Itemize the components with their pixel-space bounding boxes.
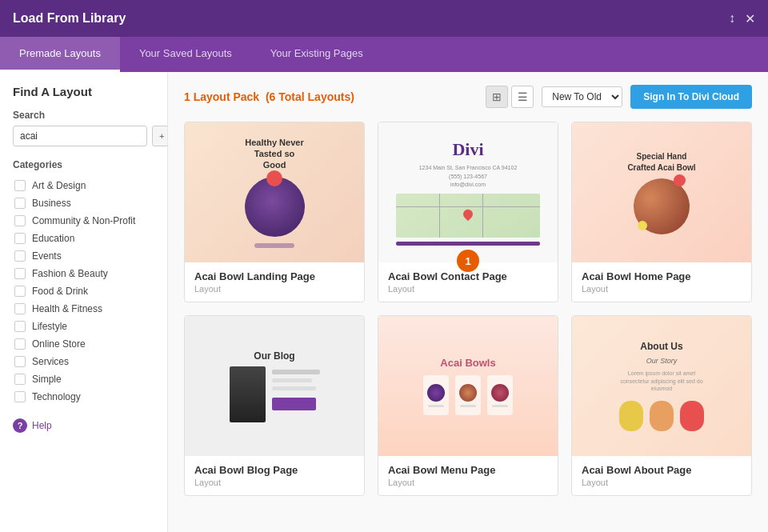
category-item-fashion[interactable]: Fashion & Beauty: [13, 265, 154, 282]
card-footer: Acai Bowl Menu PageLayout: [378, 456, 558, 495]
category-label-online-store: Online Store: [32, 338, 86, 350]
sidebar-title: Find A Layout: [13, 85, 154, 98]
card-footer: Acai Bowl Blog PageLayout: [185, 456, 364, 495]
card-type: Layout: [582, 478, 742, 487]
help-label: Help: [32, 420, 52, 431]
card-footer: Acai Bowl Home PageLayout: [572, 262, 751, 302]
layouts-grid: Healthy NeverTasted soGood Acai Bowl Lan…: [184, 122, 752, 496]
category-checkbox-business[interactable]: [14, 198, 26, 209]
sign-in-cloud-button[interactable]: Sign In To Divi Cloud: [630, 85, 752, 109]
categories-title: Categories: [13, 159, 154, 170]
filter-button[interactable]: + Filter: [152, 126, 168, 146]
categories-list: Art & DesignBusinessCommunity & Non-Prof…: [13, 177, 154, 406]
content-area: 1 Layout Pack (6 Total Layouts) ⊞ ☰ New …: [168, 72, 768, 532]
category-label-food: Food & Drink: [32, 286, 88, 297]
dialog-title: Load From Library: [13, 11, 126, 26]
tab-saved-layouts[interactable]: Your Saved Layouts: [120, 37, 251, 72]
category-item-health[interactable]: Health & Fitness: [13, 300, 154, 318]
category-checkbox-events[interactable]: [14, 250, 26, 262]
tabs-bar: Premade Layouts Your Saved Layouts Your …: [0, 37, 768, 72]
close-icon[interactable]: ✕: [745, 11, 755, 26]
view-toggle: ⊞ ☰: [486, 86, 534, 108]
category-label-community: Community & Non-Profit: [32, 215, 135, 226]
card-title: Acai Bowl About Page: [582, 464, 742, 476]
category-label-simple: Simple: [32, 374, 62, 385]
help-icon: ?: [13, 418, 27, 433]
layout-pack-count: 1 Layout Pack: [184, 90, 259, 103]
layout-card-acai-landing[interactable]: Healthy NeverTasted soGood Acai Bowl Lan…: [184, 122, 365, 302]
sort-select[interactable]: New To Old Old To New A to Z Z to A: [542, 86, 622, 107]
category-item-services[interactable]: Services: [13, 353, 154, 370]
card-type: Layout: [388, 478, 548, 487]
category-item-community[interactable]: Community & Non-Profit: [13, 212, 154, 230]
card-title: Acai Bowl Blog Page: [194, 464, 354, 476]
category-checkbox-community[interactable]: [14, 215, 26, 226]
category-label-health: Health & Fitness: [32, 303, 102, 314]
layout-card-acai-home[interactable]: Special HandCrafted Acai Bowl Acai Bowl …: [571, 122, 752, 302]
card-title: Acai Bowl Contact Page: [388, 270, 548, 282]
category-label-business: Business: [32, 198, 71, 209]
list-view-button[interactable]: ☰: [511, 86, 534, 108]
grid-view-button[interactable]: ⊞: [486, 86, 508, 108]
title-bar-controls: ↕ ✕: [729, 11, 755, 26]
card-type: Layout: [194, 478, 354, 487]
category-checkbox-lifestyle[interactable]: [14, 321, 26, 332]
card-title: Acai Bowl Home Page: [582, 270, 742, 282]
card-title: Acai Bowl Menu Page: [388, 464, 548, 476]
layout-card-acai-blog[interactable]: Our Blog Acai Bowl Blog PageLayout: [184, 315, 365, 496]
category-item-food[interactable]: Food & Drink: [13, 282, 154, 300]
card-footer: Acai Bowl Landing PageLayout: [185, 262, 364, 302]
layout-card-acai-menu[interactable]: Acai Bowls Acai Bowl Menu PageLayout: [378, 315, 558, 496]
category-checkbox-food[interactable]: [14, 286, 26, 297]
help-row[interactable]: ? Help: [13, 418, 154, 433]
category-checkbox-fashion[interactable]: [14, 268, 26, 279]
card-footer: Acai Bowl About PageLayout: [572, 456, 751, 495]
main-layout: Find A Layout Search + Filter Categories…: [0, 72, 768, 532]
category-label-fashion: Fashion & Beauty: [32, 268, 108, 279]
card-title: Acai Bowl Landing Page: [194, 270, 354, 282]
category-checkbox-simple[interactable]: [14, 374, 26, 385]
category-label-lifestyle: Lifestyle: [32, 321, 67, 332]
tab-existing-pages[interactable]: Your Existing Pages: [251, 37, 382, 72]
search-row: + Filter: [13, 126, 154, 146]
category-label-events: Events: [32, 250, 62, 262]
sidebar: Find A Layout Search + Filter Categories…: [0, 72, 168, 532]
layout-card-acai-contact[interactable]: Divi 1234 Main St, San Francisco CA 9410…: [378, 122, 558, 302]
header-right: ⊞ ☰ New To Old Old To New A to Z Z to A …: [486, 85, 752, 109]
card-type: Layout: [582, 284, 742, 294]
category-checkbox-technology[interactable]: [14, 391, 26, 402]
total-layouts: (6 Total Layouts): [266, 90, 354, 103]
category-item-simple[interactable]: Simple: [13, 370, 154, 388]
tab-premade-layouts[interactable]: Premade Layouts: [0, 37, 120, 72]
title-bar: Load From Library ↕ ✕: [0, 0, 768, 37]
category-checkbox-art-design[interactable]: [14, 180, 26, 191]
layout-badge: 1: [457, 250, 479, 272]
category-checkbox-online-store[interactable]: [14, 338, 26, 350]
category-label-art-design: Art & Design: [32, 180, 86, 191]
card-type: Layout: [194, 284, 354, 294]
card-type: Layout: [388, 284, 548, 294]
content-header: 1 Layout Pack (6 Total Layouts) ⊞ ☰ New …: [184, 85, 752, 109]
layout-count: 1 Layout Pack (6 Total Layouts): [184, 90, 354, 103]
category-item-technology[interactable]: Technology: [13, 388, 154, 406]
category-item-lifestyle[interactable]: Lifestyle: [13, 318, 154, 335]
category-label-services: Services: [32, 356, 69, 367]
category-item-education[interactable]: Education: [13, 230, 154, 247]
category-label-education: Education: [32, 233, 74, 244]
category-checkbox-education[interactable]: [14, 233, 26, 244]
category-item-business[interactable]: Business: [13, 194, 154, 212]
category-checkbox-services[interactable]: [14, 356, 26, 367]
search-label: Search: [13, 110, 154, 121]
sort-icon[interactable]: ↕: [729, 11, 735, 26]
category-checkbox-health[interactable]: [14, 303, 26, 314]
layout-card-acai-about[interactable]: About Us Our Story Lorem ipsum dolor sit…: [571, 315, 752, 496]
search-input[interactable]: [13, 126, 147, 146]
category-item-events[interactable]: Events: [13, 247, 154, 265]
category-item-online-store[interactable]: Online Store: [13, 335, 154, 353]
category-item-art-design[interactable]: Art & Design: [13, 177, 154, 194]
category-label-technology: Technology: [32, 391, 81, 402]
